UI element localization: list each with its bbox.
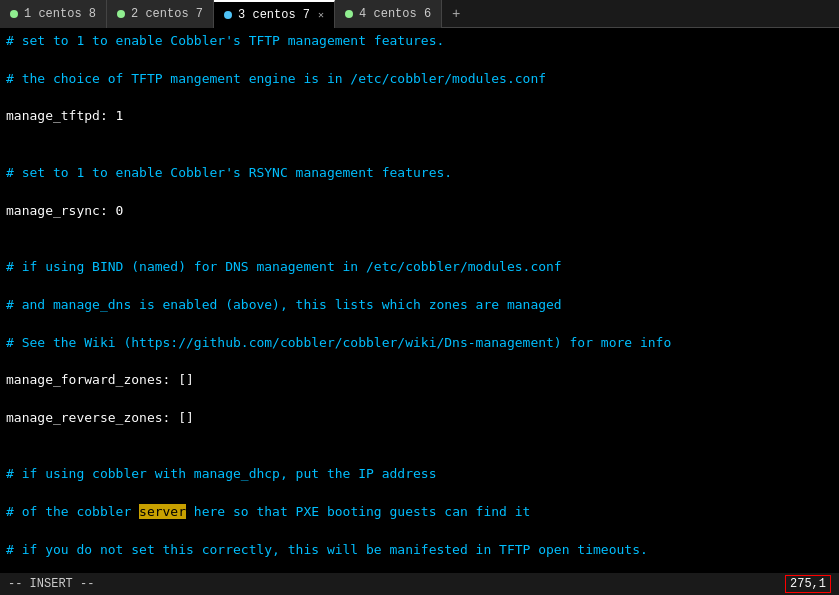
tab-dot-3 <box>224 11 232 19</box>
tab-1-label: 1 centos 8 <box>24 7 96 21</box>
tab-dot-4 <box>345 10 353 18</box>
add-tab-button[interactable]: + <box>442 6 470 22</box>
tab-1-centos8[interactable]: 1 centos 8 <box>0 0 107 28</box>
editor-area: # set to 1 to enable Cobbler's TFTP mana… <box>0 28 839 573</box>
tab-4-centos6[interactable]: 4 centos 6 <box>335 0 442 28</box>
tab-3-label: 3 centos 7 <box>238 8 310 22</box>
statusbar: -- INSERT -- 275,1 <box>0 573 839 595</box>
tab-3-close-icon[interactable]: ✕ <box>318 9 324 21</box>
tab-4-label: 4 centos 6 <box>359 7 431 21</box>
tab-3-centos7[interactable]: 3 centos 7 ✕ <box>214 0 335 28</box>
editor-mode: -- INSERT -- <box>8 577 94 591</box>
tab-2-centos7[interactable]: 2 centos 7 <box>107 0 214 28</box>
editor-content: # set to 1 to enable Cobbler's TFTP mana… <box>6 32 833 573</box>
tab-2-label: 2 centos 7 <box>131 7 203 21</box>
cursor-position: 275,1 <box>785 575 831 593</box>
tab-dot-2 <box>117 10 125 18</box>
tab-bar: 1 centos 8 2 centos 7 3 centos 7 ✕ 4 cen… <box>0 0 839 28</box>
tab-dot-1 <box>10 10 18 18</box>
statusbar-right: 275,1 <box>785 575 831 593</box>
